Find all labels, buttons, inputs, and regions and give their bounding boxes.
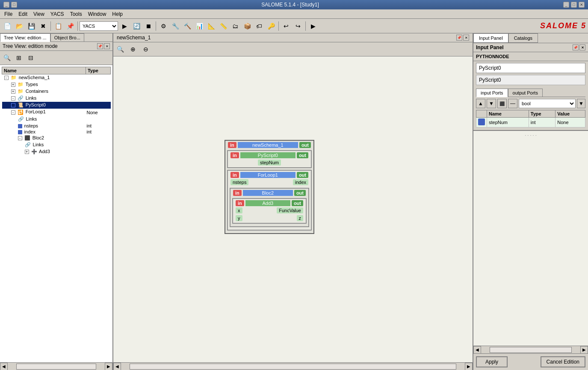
tool1[interactable]: ⚙ xyxy=(158,21,169,32)
tab-input-panel[interactable]: Input Panel xyxy=(473,33,508,43)
canvas-hscroll[interactable] xyxy=(130,364,456,370)
tree-row[interactable]: 🔗 Links xyxy=(2,142,111,148)
tree-collapse-btn[interactable]: ⊟ xyxy=(25,52,36,63)
new-button[interactable]: 📄 xyxy=(2,21,13,32)
canvas-pin-btn[interactable]: 📌 xyxy=(456,35,462,41)
tool5[interactable]: 📐 xyxy=(206,21,217,32)
tree-expand-icon[interactable]: + xyxy=(11,83,15,87)
panel-pin-button[interactable]: 📌 xyxy=(97,43,103,49)
right-scroll-right[interactable]: ▶ xyxy=(580,346,588,354)
tree-expand-icon[interactable]: - xyxy=(11,110,15,115)
cancel-edition-button[interactable]: Cancel Edition xyxy=(541,356,585,367)
port-up-btn[interactable]: ▲ xyxy=(476,99,485,108)
panel-header-controls[interactable]: 📌 ✕ xyxy=(97,43,110,49)
tool10[interactable]: 🔑 xyxy=(266,21,277,32)
tree-row[interactable]: 🔗 Links xyxy=(2,116,111,123)
paste-button[interactable]: 📌 xyxy=(65,21,76,32)
open-button[interactable]: 📂 xyxy=(14,21,25,32)
undo-button[interactable]: ↩ xyxy=(281,21,292,32)
tool9[interactable]: 🏷 xyxy=(254,21,265,32)
title-bar-right-controls[interactable]: _ □ ✕ xyxy=(563,2,585,8)
menu-tools[interactable]: Tools xyxy=(68,10,85,18)
scroll-right-btn[interactable]: ▶ xyxy=(105,363,112,370)
tree-expand-icon[interactable]: + xyxy=(11,89,15,94)
right-scrollbar[interactable]: ◀ ▶ xyxy=(473,346,588,353)
tool8[interactable]: 📦 xyxy=(242,21,253,32)
save-button[interactable]: 💾 xyxy=(26,21,37,32)
canvas-close-btn[interactable]: ✕ xyxy=(463,35,469,41)
tree-row-pyscript0[interactable]: 📜 PyScript0 xyxy=(2,102,111,109)
port-dropdown-btn[interactable]: ▼ xyxy=(577,99,585,108)
tree-row[interactable]: nsteps int xyxy=(2,123,111,129)
maximize-window-button[interactable]: □ xyxy=(571,2,577,8)
tree-row[interactable]: + ➕ Add3 xyxy=(2,148,111,155)
input-panel-controls[interactable]: 📌 ✕ xyxy=(573,44,585,50)
menu-file[interactable]: File xyxy=(2,10,15,18)
tab-input-ports[interactable]: input Ports xyxy=(476,89,508,97)
tab-output-ports[interactable]: output Ports xyxy=(508,89,543,97)
menu-window[interactable]: Window xyxy=(86,10,109,18)
tree-expand-icon[interactable] xyxy=(11,103,15,107)
tree-row[interactable]: + 📁 Types xyxy=(2,81,111,88)
menu-view[interactable]: View xyxy=(31,10,47,18)
minimize-button[interactable]: _ xyxy=(3,2,9,8)
minimize-window-button[interactable]: _ xyxy=(563,2,569,8)
tree-row[interactable]: - 🔗 Links xyxy=(2,95,111,102)
canvas-zoom-in-btn[interactable]: ⊕ xyxy=(127,44,139,55)
tree-expand-btn[interactable]: ⊞ xyxy=(13,52,24,63)
hscrollbar[interactable] xyxy=(16,364,96,370)
tree-row[interactable]: + 📁 Containers xyxy=(2,88,111,95)
port-add-btn[interactable]: ⬛ xyxy=(497,99,507,108)
scroll-left-btn[interactable]: ◀ xyxy=(0,363,8,370)
close-window-button[interactable]: ✕ xyxy=(579,2,585,8)
tree-row[interactable]: - 📁 newSchema_1 xyxy=(2,74,111,82)
left-scrollbar[interactable]: ◀ ▶ xyxy=(0,362,112,370)
close-button[interactable]: ✖ xyxy=(38,21,49,32)
canvas-area[interactable]: in newSchema_1 out in PyScript0 out step… xyxy=(113,56,473,362)
title-bar-left-controls[interactable]: _ □ xyxy=(3,2,17,8)
apply-button[interactable]: Apply xyxy=(476,356,508,367)
tab-tree-view[interactable]: Tree View: edition ... xyxy=(0,33,50,42)
go-button[interactable]: ▶ xyxy=(119,21,130,32)
ip-close-btn[interactable]: ✕ xyxy=(579,44,585,50)
tree-expand-icon[interactable]: - xyxy=(18,136,22,140)
module-selector[interactable]: YACS xyxy=(80,21,118,31)
tool6[interactable]: 📏 xyxy=(218,21,229,32)
canvas-zoom-out-btn[interactable]: ⊖ xyxy=(140,44,151,55)
canvas-header-controls[interactable]: 📌 ✕ xyxy=(456,35,469,41)
copy-button[interactable]: 📋 xyxy=(53,21,64,32)
tool4[interactable]: 📊 xyxy=(194,21,205,32)
port-table-row[interactable]: stepNum int None xyxy=(476,118,585,127)
menu-edit[interactable]: Edit xyxy=(16,10,30,18)
tab-object-browser[interactable]: Object Bro... xyxy=(50,33,84,41)
ip-pin-btn[interactable]: 📌 xyxy=(573,44,579,50)
tool3[interactable]: 🔨 xyxy=(182,21,193,32)
tree-row[interactable]: - 🔁 ForLoop1 None xyxy=(2,109,111,115)
canvas-scrollbar[interactable]: ◀ ▶ xyxy=(113,362,473,370)
script-field[interactable]: PyScript0 xyxy=(476,75,585,85)
panel-close-button[interactable]: ✕ xyxy=(104,43,110,49)
menu-yacs[interactable]: YACS xyxy=(48,10,67,18)
right-scroll-left[interactable]: ◀ xyxy=(473,346,481,354)
port-down-btn[interactable]: ▼ xyxy=(487,99,496,108)
name-field[interactable]: PyScript0 xyxy=(476,63,585,73)
canvas-scroll-right[interactable]: ▶ xyxy=(465,363,473,370)
reload-button[interactable]: 🔄 xyxy=(131,21,142,32)
right-hscroll[interactable] xyxy=(490,347,572,353)
tree-expand-icon[interactable]: - xyxy=(11,96,15,101)
tool2[interactable]: 🔧 xyxy=(170,21,181,32)
port-remove-btn[interactable]: — xyxy=(508,99,517,108)
port-type-select[interactable]: bool xyxy=(519,99,576,108)
canvas-search-btn[interactable]: 🔍 xyxy=(115,44,126,55)
tool7[interactable]: 🗂 xyxy=(230,21,241,32)
canvas-scroll-left[interactable]: ◀ xyxy=(113,363,121,370)
tree-row[interactable]: - ⬛ Bloc2 xyxy=(2,135,111,142)
tree-row[interactable]: index int xyxy=(2,129,111,135)
tree-search-btn[interactable]: 🔍 xyxy=(1,52,12,63)
menu-help[interactable]: Help xyxy=(109,10,125,18)
restore-button[interactable]: □ xyxy=(11,2,17,8)
tree-expand-icon[interactable]: - xyxy=(4,76,9,80)
stop-button[interactable]: ⏹ xyxy=(143,21,154,32)
tree-expand-icon[interactable]: + xyxy=(25,150,29,154)
redo-button[interactable]: ↪ xyxy=(293,21,304,32)
